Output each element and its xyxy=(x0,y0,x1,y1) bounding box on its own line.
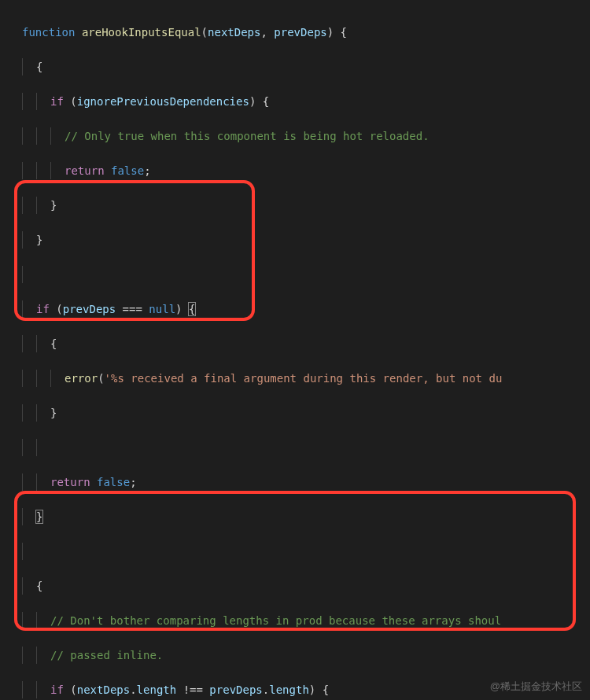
code-line: { xyxy=(22,577,590,595)
code-line: // passed inline. xyxy=(22,647,590,664)
code-line: error('%s received a final argument duri… xyxy=(22,370,590,387)
code-line xyxy=(22,543,590,560)
code-line: if (prevDeps === null) { xyxy=(22,300,590,318)
code-line: } xyxy=(22,197,590,214)
code-line: } xyxy=(22,231,590,249)
code-editor: function areHookInputsEqual(nextDeps, pr… xyxy=(0,0,590,700)
code-line: function areHookInputsEqual(nextDeps, pr… xyxy=(22,24,590,41)
code-line: // Only true when this component is bein… xyxy=(22,127,590,145)
code-line: return false; xyxy=(22,473,590,491)
code-line: return false; xyxy=(22,162,590,179)
code-line: // Don't bother comparing lengths in pro… xyxy=(22,612,590,629)
code-line xyxy=(22,266,590,283)
code-line: if (ignorePreviousDependencies) { xyxy=(22,93,590,110)
code-line: { xyxy=(22,58,590,76)
code-line: } xyxy=(22,404,590,422)
code-line xyxy=(22,439,590,456)
watermark: @稀土掘金技术社区 xyxy=(490,678,582,695)
code-line: } xyxy=(22,508,590,525)
code-line: { xyxy=(22,335,590,352)
